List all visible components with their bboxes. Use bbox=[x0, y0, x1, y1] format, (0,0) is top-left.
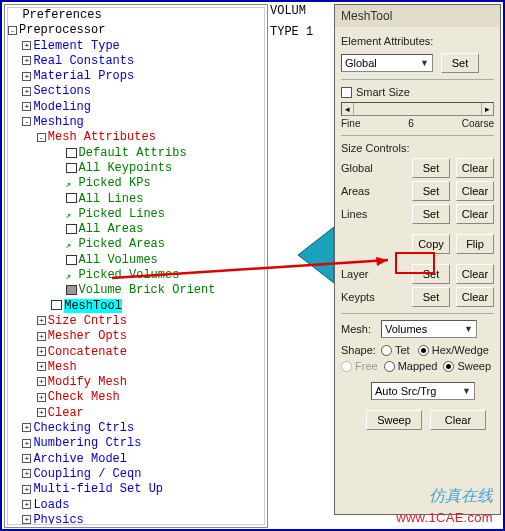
tree-item[interactable]: +Numbering Ctrls bbox=[8, 436, 264, 451]
size-Lines-clear-button[interactable]: Clear bbox=[456, 204, 494, 224]
tree-item[interactable]: +Element Type bbox=[8, 39, 264, 54]
expand-collapse-icon[interactable]: - bbox=[37, 133, 46, 142]
tree-item[interactable]: +Archive Model bbox=[8, 452, 264, 467]
expand-collapse-icon[interactable]: + bbox=[37, 393, 46, 402]
size-lines-flip-button[interactable]: Flip bbox=[456, 234, 494, 254]
expand-collapse-icon[interactable]: + bbox=[22, 87, 31, 96]
nav-tree[interactable]: Preferences-Preprocessor +Element Type +… bbox=[7, 7, 265, 525]
slider-right-arrow-icon[interactable]: ▸ bbox=[481, 103, 493, 115]
tree-item[interactable]: MeshTool bbox=[8, 299, 264, 314]
size-Layer-clear-button[interactable]: Clear bbox=[456, 264, 494, 284]
autosrc-select[interactable]: Auto Src/Trg▼ bbox=[371, 382, 475, 400]
size-lines-copy-button[interactable]: Copy bbox=[412, 234, 450, 254]
model-preview-shape bbox=[296, 225, 336, 285]
attributes-set-button[interactable]: Set bbox=[441, 53, 479, 73]
tree-item[interactable]: Default Attribs bbox=[8, 146, 264, 161]
tree-item-label: All Volumes bbox=[79, 253, 158, 267]
tree-item[interactable]: All Volumes bbox=[8, 253, 264, 268]
shape-hex-radio[interactable] bbox=[418, 345, 429, 356]
tree-item[interactable]: +Real Constants bbox=[8, 54, 264, 69]
expand-collapse-icon[interactable]: + bbox=[22, 439, 31, 448]
output-line: TYPE 1 bbox=[270, 25, 334, 40]
tree-item[interactable]: +Coupling / Ceqn bbox=[8, 467, 264, 482]
tree-item[interactable]: ↗Picked Areas bbox=[8, 237, 264, 252]
tree-item-label: Meshing bbox=[33, 115, 83, 129]
type-free-radio bbox=[341, 361, 352, 372]
tree-item[interactable]: Preferences bbox=[8, 8, 264, 23]
expand-collapse-icon[interactable]: + bbox=[22, 454, 31, 463]
expand-collapse-icon[interactable]: + bbox=[22, 41, 31, 50]
shape-tet-radio[interactable] bbox=[381, 345, 392, 356]
clear-button[interactable]: Clear bbox=[430, 410, 486, 430]
tree-item[interactable]: All Lines bbox=[8, 192, 264, 207]
type-sweep-radio[interactable] bbox=[443, 361, 454, 372]
expand-collapse-icon[interactable]: + bbox=[22, 485, 31, 494]
tree-item[interactable]: +Modify Mesh bbox=[8, 375, 264, 390]
tree-item[interactable]: +Loads bbox=[8, 498, 264, 513]
tree-item[interactable]: Volume Brick Orient bbox=[8, 283, 264, 298]
expand-collapse-icon[interactable]: + bbox=[22, 72, 31, 81]
tree-item-label: Modify Mesh bbox=[48, 375, 127, 389]
watermark-text: 仿真在线 bbox=[429, 486, 493, 507]
tree-item[interactable]: +Sections bbox=[8, 84, 264, 99]
tree-item[interactable]: +Size Cntrls bbox=[8, 314, 264, 329]
tree-item[interactable]: -Preprocessor bbox=[8, 23, 264, 38]
size-Lines-set-button[interactable]: Set bbox=[412, 204, 450, 224]
tree-item[interactable]: +Physics bbox=[8, 513, 264, 525]
tree-item-label: Modeling bbox=[33, 100, 91, 114]
meshtool-dialog: MeshTool Element Attributes: Global▼ Set… bbox=[334, 4, 501, 515]
tree-item-label: Preprocessor bbox=[19, 23, 105, 37]
sweep-button[interactable]: Sweep bbox=[366, 410, 422, 430]
smartsize-checkbox[interactable] bbox=[341, 87, 352, 98]
expand-collapse-icon[interactable]: + bbox=[22, 500, 31, 509]
tree-item[interactable]: +Mesh bbox=[8, 360, 264, 375]
tree-item[interactable]: +Modeling bbox=[8, 100, 264, 115]
slider-coarse-label: Coarse bbox=[462, 118, 494, 129]
size-Keypts-clear-button[interactable]: Clear bbox=[456, 287, 494, 307]
tree-item[interactable]: ↗Picked KPs bbox=[8, 176, 264, 191]
tree-item[interactable]: All Keypoints bbox=[8, 161, 264, 176]
expand-collapse-icon[interactable]: + bbox=[37, 332, 46, 341]
expand-collapse-icon[interactable]: + bbox=[22, 102, 31, 111]
expand-collapse-icon[interactable]: + bbox=[37, 362, 46, 371]
tree-item[interactable]: -Meshing bbox=[8, 115, 264, 130]
dialog-title: MeshTool bbox=[335, 5, 500, 27]
size-Areas-clear-button[interactable]: Clear bbox=[456, 181, 494, 201]
type-mapped-radio[interactable] bbox=[384, 361, 395, 372]
tree-item[interactable]: All Areas bbox=[8, 222, 264, 237]
tree-item[interactable]: -Mesh Attributes bbox=[8, 130, 264, 145]
size-Global-clear-button[interactable]: Clear bbox=[456, 158, 494, 178]
expand-collapse-icon[interactable]: + bbox=[22, 515, 31, 524]
size-Layer-set-button[interactable]: Set bbox=[412, 264, 450, 284]
mesh-select[interactable]: Volumes▼ bbox=[381, 320, 477, 338]
expand-collapse-icon[interactable]: + bbox=[22, 423, 31, 432]
expand-collapse-icon[interactable]: + bbox=[37, 377, 46, 386]
size-control-label: Global bbox=[341, 162, 381, 174]
size-Areas-set-button[interactable]: Set bbox=[412, 181, 450, 201]
expand-collapse-icon[interactable]: - bbox=[22, 117, 31, 126]
shape-label: Shape: bbox=[341, 344, 381, 356]
tree-item[interactable]: +Clear bbox=[8, 406, 264, 421]
expand-collapse-icon[interactable]: + bbox=[37, 316, 46, 325]
element-attributes-select[interactable]: Global▼ bbox=[341, 54, 433, 72]
tree-item-label: Numbering Ctrls bbox=[33, 436, 141, 450]
slider-left-arrow-icon[interactable]: ◂ bbox=[342, 103, 354, 115]
shape-tet-label: Tet bbox=[395, 344, 410, 356]
tree-item[interactable]: ↗Picked Lines bbox=[8, 207, 264, 222]
pick-arrow-icon: ↗ bbox=[66, 270, 77, 280]
expand-collapse-icon[interactable]: + bbox=[22, 469, 31, 478]
tree-item[interactable]: +Material Props bbox=[8, 69, 264, 84]
tree-item[interactable]: +Multi-field Set Up bbox=[8, 482, 264, 497]
size-Keypts-set-button[interactable]: Set bbox=[412, 287, 450, 307]
expand-collapse-icon[interactable]: - bbox=[8, 26, 17, 35]
expand-collapse-icon[interactable]: + bbox=[37, 347, 46, 356]
smartsize-slider[interactable]: ◂ ▸ bbox=[341, 102, 494, 116]
tree-item[interactable]: +Mesher Opts bbox=[8, 329, 264, 344]
tree-item[interactable]: +Check Mesh bbox=[8, 390, 264, 405]
tree-item[interactable]: +Checking Ctrls bbox=[8, 421, 264, 436]
expand-collapse-icon[interactable]: + bbox=[22, 56, 31, 65]
expand-collapse-icon[interactable]: + bbox=[37, 408, 46, 417]
tree-item-label: Clear bbox=[48, 406, 84, 420]
tree-item[interactable]: +Concatenate bbox=[8, 345, 264, 360]
size-Global-set-button[interactable]: Set bbox=[412, 158, 450, 178]
